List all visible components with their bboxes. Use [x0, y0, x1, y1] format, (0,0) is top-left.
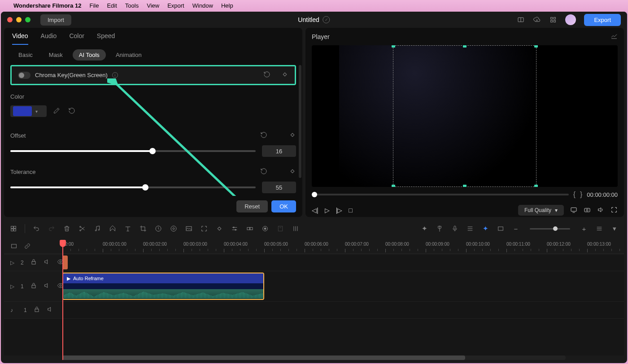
- tolerance-slider[interactable]: [10, 186, 256, 188]
- auto-icon[interactable]: ✦: [420, 225, 428, 233]
- subtab-mask[interactable]: Mask: [43, 49, 69, 61]
- subtab-animation[interactable]: Animation: [109, 49, 148, 61]
- fullscreen-icon[interactable]: [611, 206, 618, 215]
- import-button[interactable]: Import: [40, 14, 71, 26]
- lock-icon[interactable]: [30, 282, 37, 290]
- player-viewport[interactable]: [312, 45, 618, 187]
- menu-file[interactable]: File: [89, 2, 99, 9]
- zoom-slider[interactable]: [530, 228, 570, 230]
- snapshot-settings-icon[interactable]: [611, 32, 618, 41]
- text-icon[interactable]: [124, 225, 132, 233]
- crop-icon[interactable]: [139, 225, 147, 233]
- mute-icon[interactable]: [47, 306, 54, 314]
- delete-icon[interactable]: [63, 225, 71, 233]
- close-window-button[interactable]: [7, 17, 13, 22]
- picture-icon[interactable]: [185, 225, 193, 233]
- app-name[interactable]: Wondershare Filmora 12: [13, 2, 81, 9]
- undo-icon[interactable]: [32, 225, 40, 233]
- group-icon[interactable]: [246, 225, 254, 233]
- record-icon[interactable]: [261, 225, 269, 233]
- timeline-ruler[interactable]: 00:0000:00:01:0000:00:02:0000:00:03:0000…: [4, 240, 624, 254]
- handle-top[interactable]: [463, 45, 467, 48]
- expand-icon[interactable]: [200, 225, 208, 233]
- menu-window[interactable]: Window: [192, 2, 213, 9]
- screen-icon[interactable]: [570, 206, 577, 215]
- menu-export[interactable]: Export: [167, 2, 184, 9]
- reset-offset-icon[interactable]: [260, 131, 267, 140]
- split-icon[interactable]: [78, 225, 86, 233]
- maximize-window-button[interactable]: [25, 17, 31, 22]
- play-icon[interactable]: ▷: [325, 207, 330, 214]
- user-avatar[interactable]: [565, 14, 576, 25]
- info-icon[interactable]: i: [112, 72, 118, 78]
- transcribe-icon[interactable]: [276, 225, 284, 233]
- mark-out-icon[interactable]: }: [580, 191, 582, 199]
- ok-button[interactable]: OK: [271, 200, 296, 212]
- subtab-basic[interactable]: Basic: [12, 49, 39, 61]
- reset-tolerance-icon[interactable]: [260, 168, 267, 176]
- keyframe-tolerance-icon[interactable]: [289, 168, 296, 176]
- layout-icon[interactable]: [517, 16, 525, 24]
- color-wheel-icon[interactable]: [170, 225, 178, 233]
- keyframe-offset-icon[interactable]: [289, 131, 296, 140]
- volume-icon[interactable]: [597, 206, 604, 215]
- marker-icon[interactable]: [436, 225, 444, 233]
- next-frame-icon[interactable]: |▷: [336, 207, 343, 214]
- adjust-icon[interactable]: [231, 225, 239, 233]
- stop-icon[interactable]: □: [349, 207, 352, 214]
- minimize-window-button[interactable]: [16, 17, 22, 22]
- tag-icon[interactable]: [109, 225, 117, 233]
- cloud-sync-icon[interactable]: ✓: [323, 16, 330, 23]
- offset-slider[interactable]: [10, 150, 256, 152]
- zoom-out-icon[interactable]: −: [512, 225, 520, 233]
- prev-frame-icon[interactable]: ◁|: [312, 207, 318, 214]
- tolerance-value[interactable]: 55: [262, 182, 296, 193]
- cloud-download-icon[interactable]: [533, 16, 541, 24]
- reset-color-icon[interactable]: [68, 107, 75, 116]
- mute-icon[interactable]: [44, 258, 51, 267]
- apps-grid-icon[interactable]: [549, 16, 557, 24]
- properties-scrollbar[interactable]: [299, 65, 301, 178]
- audio-mixer-icon[interactable]: [292, 225, 300, 233]
- tab-video[interactable]: Video: [12, 32, 28, 45]
- track-view-icon[interactable]: [595, 225, 603, 233]
- handle-tr[interactable]: [534, 45, 538, 48]
- handle-bottom[interactable]: [463, 185, 467, 187]
- mark-in-icon[interactable]: {: [573, 191, 576, 199]
- tab-color[interactable]: Color: [69, 32, 84, 45]
- lock-icon[interactable]: [30, 258, 37, 267]
- eyedropper-icon[interactable]: [53, 107, 60, 116]
- link-icon[interactable]: [24, 243, 31, 251]
- export-button[interactable]: Export: [584, 14, 621, 26]
- selection-box[interactable]: [393, 45, 536, 187]
- mute-icon[interactable]: [44, 282, 51, 290]
- camera-icon[interactable]: [584, 206, 591, 215]
- thumbnail-icon[interactable]: [497, 225, 505, 233]
- speed-icon[interactable]: [154, 225, 162, 233]
- handle-br[interactable]: [534, 185, 538, 187]
- music-icon[interactable]: [93, 225, 101, 233]
- video-clip[interactable]: ▶ Auto Reframe: [62, 273, 264, 300]
- zoom-in-icon[interactable]: +: [580, 225, 588, 233]
- lock-icon[interactable]: [33, 306, 40, 314]
- menu-help[interactable]: Help: [221, 2, 233, 9]
- player-scrubber[interactable]: [312, 194, 569, 195]
- tab-audio[interactable]: Audio: [41, 32, 57, 45]
- redo-icon[interactable]: [48, 225, 56, 233]
- timeline-scrollbar[interactable]: [4, 355, 624, 360]
- quality-dropdown[interactable]: Full Quality ▾: [518, 205, 564, 216]
- menu-edit[interactable]: Edit: [107, 2, 117, 9]
- playhead[interactable]: [62, 240, 63, 360]
- chroma-key-toggle[interactable]: [18, 72, 31, 79]
- subtab-ai-tools[interactable]: AI Tools: [73, 49, 106, 61]
- keyframe-chroma-icon[interactable]: [281, 71, 288, 79]
- keyframe-tool-icon[interactable]: [215, 225, 223, 233]
- media-browser-icon[interactable]: [10, 243, 17, 251]
- reset-button[interactable]: Reset: [236, 200, 268, 212]
- reset-chroma-icon[interactable]: [263, 71, 270, 79]
- handle-bl[interactable]: [392, 185, 395, 187]
- color-picker[interactable]: ▾: [10, 105, 47, 117]
- track-options-icon[interactable]: ▾: [611, 225, 619, 233]
- render-icon[interactable]: ✦: [481, 225, 489, 233]
- tab-speed[interactable]: Speed: [97, 32, 115, 45]
